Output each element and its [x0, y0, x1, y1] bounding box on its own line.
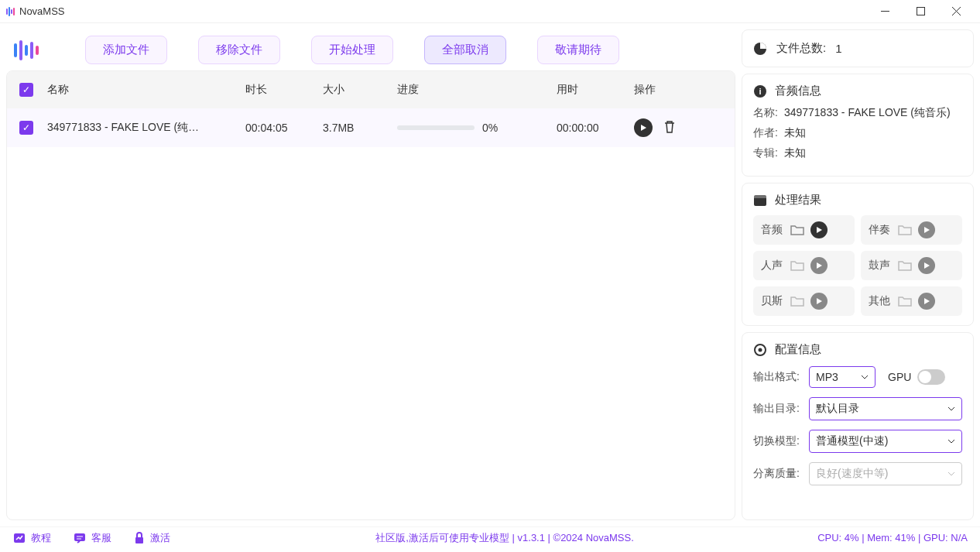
config-title: 配置信息 [775, 342, 821, 357]
table-header: ✓ 名称 时长 大小 进度 用时 操作 [7, 71, 735, 108]
progress-bar [397, 125, 475, 130]
footer-stats: CPU: 4% | Mem: 41% | GPU: N/A [817, 532, 968, 543]
model-select[interactable]: 普通模型(中速) [809, 430, 962, 453]
chevron-down-icon [947, 471, 955, 476]
chart-icon [12, 531, 26, 545]
svg-marker-14 [817, 298, 822, 304]
pie-icon [753, 42, 767, 56]
file-table: ✓ 名称 时长 大小 进度 用时 操作 ✓ 349771833 - FAKE L… [6, 70, 735, 520]
svg-rect-22 [135, 537, 143, 543]
row-checkbox[interactable]: ✓ [19, 121, 33, 135]
header-name: 名称 [47, 83, 245, 97]
start-process-button[interactable]: 开始处理 [311, 36, 393, 64]
titlebar: NovaMSS [0, 0, 980, 23]
file-count-value: 1 [835, 42, 841, 55]
delete-button[interactable] [663, 120, 676, 136]
chat-icon [73, 531, 87, 545]
result-accompaniment: 伴奏 [861, 215, 962, 245]
close-button[interactable] [938, 0, 974, 23]
config-panel: 配置信息 输出格式: MP3 GPU 输出目录: 默认目录 切换模型: [742, 332, 974, 520]
results-icon [753, 194, 767, 207]
svg-rect-9 [754, 195, 766, 198]
file-count-label: 文件总数: [776, 41, 826, 56]
header-size: 大小 [323, 83, 397, 97]
header-duration: 时长 [245, 83, 323, 97]
audio-author: 未知 [784, 126, 806, 140]
audio-album: 未知 [784, 146, 806, 160]
minimize-button[interactable] [867, 0, 903, 23]
folder-icon[interactable] [790, 224, 804, 236]
file-count-panel: 文件总数: 1 [742, 29, 974, 67]
row-size: 3.7MB [323, 122, 397, 134]
chevron-down-icon [947, 406, 955, 411]
coming-soon-button[interactable]: 敬请期待 [537, 36, 619, 64]
play-icon[interactable] [918, 221, 935, 238]
tutorial-link[interactable]: 教程 [12, 531, 51, 545]
result-audio: 音频 [753, 215, 855, 245]
row-time: 00:00:00 [557, 122, 634, 134]
svg-marker-15 [924, 298, 930, 304]
gear-icon [753, 343, 767, 357]
remove-file-button[interactable]: 移除文件 [198, 36, 280, 64]
table-row[interactable]: ✓ 349771833 - FAKE LOVE (纯… 00:04:05 3.7… [7, 108, 735, 147]
format-select[interactable]: MP3 [809, 366, 875, 388]
progress-text: 0% [482, 122, 498, 134]
audio-info-title: 音频信息 [775, 84, 821, 98]
svg-rect-19 [74, 533, 85, 541]
folder-icon[interactable] [898, 224, 912, 236]
results-panel: 处理结果 音频 伴奏 人声 鼓声 [742, 183, 974, 326]
outdir-select[interactable]: 默认目录 [809, 397, 962, 420]
result-bass: 贝斯 [753, 286, 855, 316]
footer: 教程 客服 激活 社区版,激活后可使用专业模型 | v1.3.1 | ©2024… [0, 526, 980, 548]
audio-name: 349771833 - FAKE LOVE (纯音乐) [784, 106, 951, 120]
svg-marker-4 [641, 125, 646, 131]
play-button[interactable] [634, 118, 653, 137]
svg-point-17 [759, 348, 762, 351]
folder-icon[interactable] [790, 295, 804, 307]
logo-icon [14, 39, 39, 61]
svg-rect-1 [917, 8, 924, 15]
folder-icon[interactable] [898, 259, 912, 272]
results-title: 处理结果 [775, 193, 821, 207]
result-other: 其他 [861, 286, 962, 316]
svg-marker-10 [817, 227, 822, 233]
result-vocals: 人声 [753, 251, 855, 280]
app-logo-icon [6, 7, 15, 16]
play-icon[interactable] [918, 293, 935, 310]
gpu-toggle[interactable] [917, 369, 945, 385]
folder-icon[interactable] [790, 259, 804, 272]
info-icon: i [753, 84, 767, 98]
audio-info-panel: i 音频信息 名称:349771833 - FAKE LOVE (纯音乐) 作者… [742, 74, 974, 177]
add-file-button[interactable]: 添加文件 [85, 36, 167, 64]
quality-select[interactable]: 良好(速度中等) [809, 462, 962, 485]
cancel-all-button[interactable]: 全部取消 [424, 36, 506, 64]
header-progress: 进度 [397, 83, 557, 97]
footer-center: 社区版,激活后可使用专业模型 | v1.3.1 | ©2024 NovaMSS. [192, 531, 817, 545]
select-all-checkbox[interactable]: ✓ [19, 83, 33, 97]
row-duration: 00:04:05 [245, 122, 323, 134]
maximize-button[interactable] [903, 0, 938, 23]
chevron-down-icon [861, 375, 869, 379]
app-title: NovaMSS [19, 5, 65, 17]
result-drums: 鼓声 [861, 251, 962, 280]
support-link[interactable]: 客服 [73, 531, 111, 545]
folder-icon[interactable] [898, 295, 912, 307]
activate-link[interactable]: 激活 [133, 531, 170, 545]
play-icon[interactable] [918, 257, 935, 274]
play-icon[interactable] [810, 257, 828, 274]
play-icon[interactable] [810, 293, 828, 310]
svg-text:i: i [759, 87, 761, 96]
svg-marker-11 [924, 227, 930, 233]
header-time: 用时 [557, 83, 634, 97]
header-ops: 操作 [634, 83, 696, 97]
row-name: 349771833 - FAKE LOVE (纯… [47, 121, 245, 135]
lock-icon [133, 531, 146, 545]
toolbar: 添加文件 移除文件 开始处理 全部取消 敬请期待 [6, 29, 735, 70]
svg-marker-13 [924, 262, 930, 269]
chevron-down-icon [947, 439, 955, 444]
svg-marker-12 [817, 262, 822, 269]
play-icon[interactable] [810, 221, 828, 238]
